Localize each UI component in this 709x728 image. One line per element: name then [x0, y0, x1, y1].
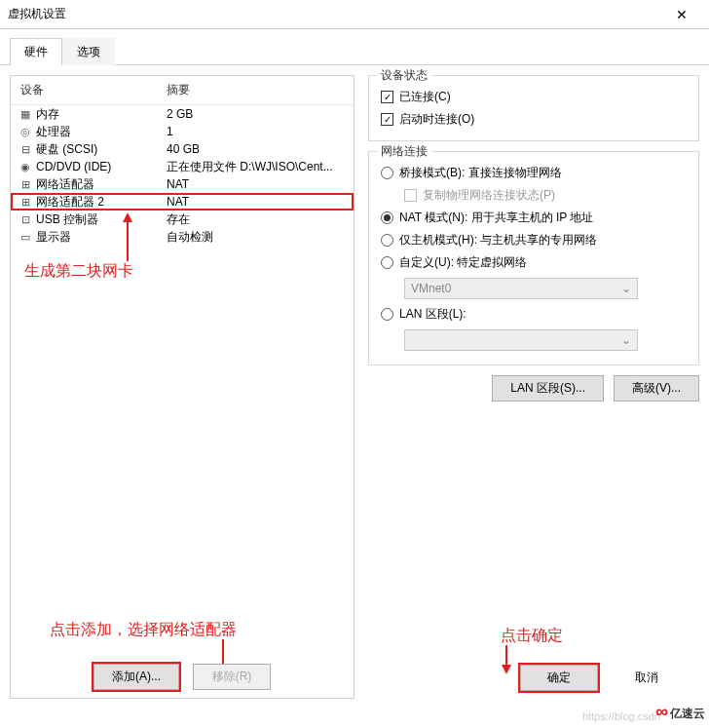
radio-icon	[381, 234, 393, 247]
display-icon: ▭	[17, 231, 34, 244]
connected-checkbox[interactable]: ✓ 已连接(C)	[381, 86, 689, 108]
cancel-button[interactable]: 取消	[608, 666, 686, 690]
checkbox-icon: ✓	[381, 113, 393, 126]
annotation-gen-nic: 生成第二块网卡	[24, 261, 133, 282]
vmnet-combo: VMnet0	[404, 278, 638, 299]
radio-bridge[interactable]: 桥接模式(B): 直接连接物理网络	[381, 162, 689, 184]
checkbox-icon: ✓	[381, 91, 393, 103]
memory-icon: ▦	[17, 108, 34, 121]
hw-row-nic2[interactable]: ⊞网络适配器 2NAT	[11, 193, 354, 211]
radio-custom[interactable]: 自定义(U): 特定虚拟网络	[381, 251, 689, 274]
col-device: 设备	[20, 82, 167, 98]
hw-row-memory[interactable]: ▦内存2 GB	[11, 105, 354, 123]
hw-row-cddvd[interactable]: ◉CD/DVD (IDE)正在使用文件 D:\WJ\ISO\Cent...	[11, 158, 354, 175]
network-title: 网络连接	[377, 143, 431, 160]
hardware-panel: 设备 摘要 ▦内存2 GB ◎处理器1 ⊟硬盘 (SCSI)40 GB ◉CD/…	[10, 75, 354, 699]
radio-icon	[381, 211, 393, 224]
connect-on-start-checkbox[interactable]: ✓ 启动时连接(O)	[381, 108, 689, 131]
annotation-arrow-down-icon	[499, 645, 514, 677]
lan-combo	[404, 329, 638, 351]
hw-row-usb[interactable]: ⊡USB 控制器存在	[11, 211, 354, 228]
window-title: 虚拟机设置	[8, 6, 662, 22]
hw-row-nic1[interactable]: ⊞网络适配器NAT	[11, 175, 354, 193]
replicate-checkbox: 复制物理网络连接状态(P)	[404, 184, 689, 207]
nic-icon: ⊞	[17, 196, 34, 209]
radio-nat[interactable]: NAT 模式(N): 用于共享主机的 IP 地址	[381, 207, 689, 229]
radio-hostonly[interactable]: 仅主机模式(H): 与主机共享的专用网络	[381, 229, 689, 251]
radio-icon	[381, 256, 393, 269]
svg-marker-5	[502, 665, 511, 674]
tabs: 硬件 选项	[0, 29, 709, 65]
annotation-click-add: 点击添加，选择网络适配器	[50, 620, 237, 640]
settings-panel: 设备状态 ✓ 已连接(C) ✓ 启动时连接(O) 网络连接 桥接模式(B): 直…	[368, 75, 699, 699]
lan-segments-button[interactable]: LAN 区段(S)...	[492, 375, 604, 402]
checkbox-icon	[404, 189, 417, 202]
logo: ∞亿速云	[655, 702, 705, 722]
svg-marker-1	[123, 212, 132, 222]
disk-icon: ⊟	[17, 143, 34, 156]
hw-row-disk[interactable]: ⊟硬盘 (SCSI)40 GB	[11, 140, 354, 158]
col-summary: 摘要	[167, 82, 190, 98]
remove-button: 移除(R)	[193, 664, 271, 690]
watermark: https://blog.csdn	[582, 710, 660, 722]
tab-hardware[interactable]: 硬件	[10, 38, 62, 65]
add-button[interactable]: 添加(A)...	[93, 664, 179, 690]
tab-options[interactable]: 选项	[62, 38, 115, 65]
ok-button[interactable]: 确定	[520, 665, 598, 691]
cpu-icon: ◎	[17, 126, 34, 138]
radio-icon	[381, 167, 393, 179]
nic-icon: ⊞	[17, 178, 34, 191]
annotation-arrow-up-icon	[120, 212, 135, 264]
device-state-title: 设备状态	[377, 67, 431, 84]
cd-icon: ◉	[17, 161, 34, 173]
device-state-group: 设备状态 ✓ 已连接(C) ✓ 启动时连接(O)	[368, 75, 699, 141]
hw-row-display[interactable]: ▭显示器自动检测	[11, 228, 354, 246]
close-icon[interactable]: ✕	[662, 7, 701, 22]
annotation-click-ok: 点击确定	[501, 626, 563, 646]
hw-row-cpu[interactable]: ◎处理器1	[11, 123, 354, 140]
network-group: 网络连接 桥接模式(B): 直接连接物理网络 复制物理网络连接状态(P) NAT…	[368, 151, 699, 365]
radio-lan[interactable]: LAN 区段(L):	[381, 303, 689, 326]
hardware-list[interactable]: ▦内存2 GB ◎处理器1 ⊟硬盘 (SCSI)40 GB ◉CD/DVD (I…	[11, 105, 354, 246]
usb-icon: ⊡	[17, 213, 34, 226]
advanced-button[interactable]: 高级(V)...	[614, 375, 699, 402]
radio-icon	[381, 308, 393, 321]
